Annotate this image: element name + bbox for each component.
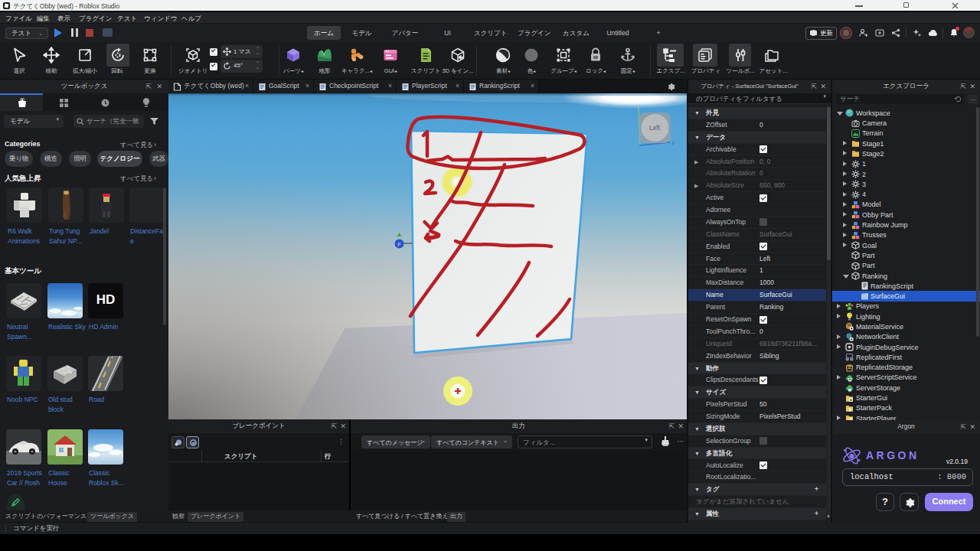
svg-text:F: F [397, 241, 401, 248]
svg-text:Left: Left [649, 124, 661, 132]
svg-text:z: z [671, 139, 675, 146]
